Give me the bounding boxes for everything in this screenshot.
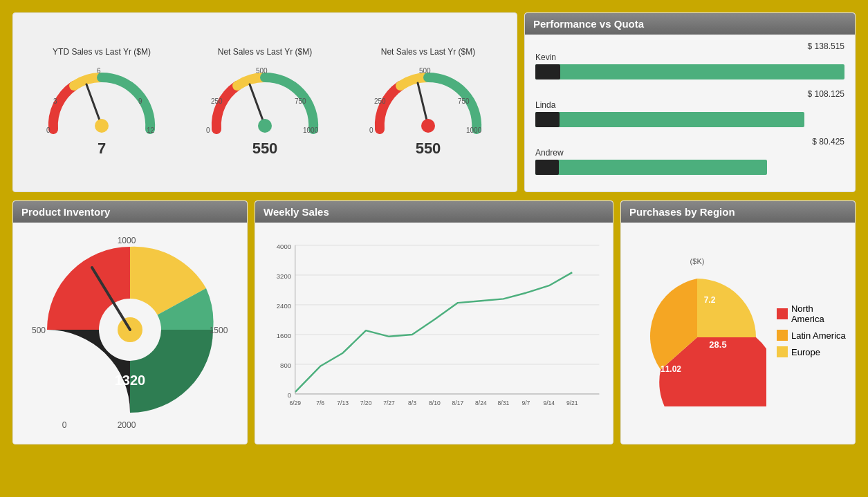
purchases-pie-svg: 28.5 11.02 7.2 [628,268,766,406]
gauge2-svg: 0 250 500 750 1000 [203,60,327,143]
performance-card: Performance vs Quota $ 138.515 Kevin $ 1… [524,12,856,192]
gauge1-container: YTD Sales vs Last Yr ($M) 0 3 [33,47,171,158]
svg-text:1600: 1600 [277,332,291,339]
inventory-body: 1000 500 1500 2000 0 1320 [13,223,247,444]
kevin-amount: $ 138.515 [535,41,844,51]
svg-text:750: 750 [295,97,306,105]
performance-body: $ 138.515 Kevin $ 108.125 Linda $ 80 [525,35,855,191]
linda-amount: $ 108.125 [535,89,844,99]
andrew-name: Andrew [535,148,844,158]
svg-text:7/13: 7/13 [337,400,349,406]
svg-text:8/10: 8/10 [429,400,441,406]
svg-text:6/29: 6/29 [289,400,301,406]
purchases-inner: ($K) [628,257,848,409]
svg-text:750: 750 [458,97,470,105]
purchases-card: Purchases by Region ($K) [620,200,856,444]
gauge3-title: Net Sales vs Last Yr ($M) [381,47,476,57]
svg-text:4000: 4000 [277,243,291,250]
gauge1-svg: 0 3 6 9 12 [39,60,164,143]
inventory-svg: 1000 500 1500 2000 0 1320 [26,226,234,433]
svg-text:2400: 2400 [277,302,291,310]
svg-text:3: 3 [53,97,57,105]
svg-text:9/14: 9/14 [543,400,555,406]
purchases-subtitle: ($K) [628,257,766,265]
latin-america-label: Latin America [791,330,846,341]
top-row: YTD Sales vs Last Yr ($M) 0 3 [12,12,856,192]
gauge3-value: 550 [416,140,441,158]
gauge2-title: Net Sales vs Last Yr ($M) [218,47,313,57]
svg-text:1500: 1500 [210,326,228,335]
svg-text:8/3: 8/3 [408,400,416,406]
purchases-legend: North America Latin America Europe [777,303,848,363]
purchases-body: ($K) [621,223,855,444]
dashboard: YTD Sales vs Last Yr ($M) 0 3 [7,7,861,450]
kevin-bar-black [535,64,560,79]
inventory-card: Product Inventory [12,200,248,444]
europe-label: Europe [791,347,820,357]
bottom-row: Product Inventory [12,200,856,444]
legend-europe: Europe [777,346,848,357]
gauges-card: YTD Sales vs Last Yr ($M) 0 3 [12,12,517,192]
svg-text:7.2: 7.2 [704,295,716,305]
svg-text:7/27: 7/27 [383,400,395,406]
purchases-header: Purchases by Region [621,201,855,223]
svg-text:0: 0 [288,391,291,399]
svg-text:8/24: 8/24 [475,400,487,406]
linda-name: Linda [535,100,844,110]
perf-row-kevin: $ 138.515 Kevin [535,41,844,79]
perf-row-linda: $ 108.125 Linda [535,89,844,127]
kevin-name: Kevin [535,53,844,62]
svg-point-15 [421,119,435,133]
svg-text:250: 250 [374,97,386,105]
andrew-bar-black [535,160,559,175]
svg-text:2000: 2000 [118,420,136,430]
gauge2-value: 550 [252,140,278,158]
legend-north-america: North America [777,303,848,324]
svg-text:28.5: 28.5 [709,339,726,350]
svg-text:9/7: 9/7 [521,400,530,406]
linda-bar-bg [535,112,804,127]
svg-text:7/20: 7/20 [360,400,372,406]
svg-text:0: 0 [46,126,50,134]
svg-text:3200: 3200 [277,272,291,280]
latin-america-swatch [777,330,788,341]
andrew-amount: $ 80.425 [535,137,844,147]
weekly-sales-svg: 0 800 1600 2400 3200 4000 6/29 7/6 7/13 … [262,229,606,423]
svg-point-8 [258,119,272,133]
svg-text:12: 12 [147,126,155,134]
svg-text:1320: 1320 [115,373,146,388]
svg-text:0: 0 [369,126,373,134]
performance-header: Performance vs Quota [525,13,855,35]
andrew-bar-bg [535,160,767,175]
weekly-sales-card: Weekly Sales 0 800 1600 2400 3200 40 [255,200,613,444]
svg-text:11.02: 11.02 [661,364,681,374]
inventory-header: Product Inventory [13,201,247,223]
svg-text:1000: 1000 [303,126,319,134]
svg-text:8/17: 8/17 [452,400,464,406]
svg-text:6: 6 [97,67,101,75]
gauge3-container: Net Sales vs Last Yr ($M) 0 250 500 750 … [359,47,497,158]
svg-text:500: 500 [32,326,46,335]
svg-text:7/6: 7/6 [316,400,324,406]
svg-text:250: 250 [211,97,223,105]
legend-latin-america: Latin America [777,330,848,341]
gauge1-value: 7 [98,140,106,158]
svg-text:1000: 1000 [466,126,482,134]
svg-text:9: 9 [138,97,142,105]
gauge2-container: Net Sales vs Last Yr ($M) 0 250 500 750 … [196,47,334,158]
north-america-label: North America [791,303,848,324]
svg-text:9/21: 9/21 [566,400,578,406]
svg-text:1000: 1000 [118,236,136,245]
weekly-sales-body: 0 800 1600 2400 3200 4000 6/29 7/6 7/13 … [255,223,613,444]
svg-text:500: 500 [419,67,431,75]
svg-text:800: 800 [280,362,291,369]
perf-row-andrew: $ 80.425 Andrew [535,137,844,175]
svg-text:0: 0 [206,126,210,134]
north-america-swatch [777,308,788,319]
purchases-chart: ($K) [628,257,766,409]
linda-bar-black [535,112,560,127]
svg-text:500: 500 [256,67,268,75]
kevin-bar-bg [535,64,844,79]
weekly-sales-header: Weekly Sales [255,201,613,223]
gauge1-title: YTD Sales vs Last Yr ($M) [53,47,151,57]
